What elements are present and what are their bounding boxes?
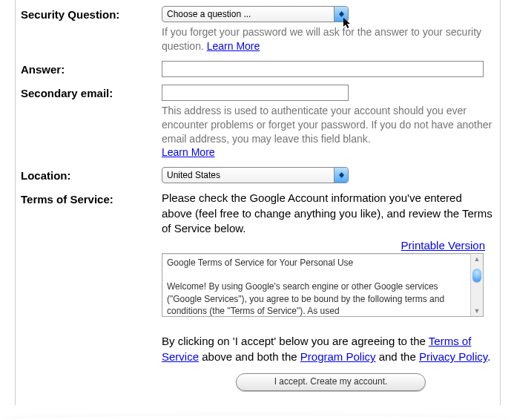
learn-more-link-2[interactable]: Learn More bbox=[162, 146, 215, 158]
security-question-dropdown[interactable]: Choose a question ... bbox=[162, 6, 349, 22]
row-security-question: Security Question: Choose a question ...… bbox=[18, 6, 500, 53]
security-question-helper: If you forget your password we will ask … bbox=[162, 25, 494, 53]
program-policy-link[interactable]: Program Policy bbox=[300, 350, 376, 363]
label-location: Location: bbox=[18, 167, 162, 182]
scroll-down-icon[interactable]: ▼ bbox=[471, 306, 483, 316]
row-answer: Answer: bbox=[18, 61, 500, 77]
accept-button[interactable]: I accept. Create my account. bbox=[236, 373, 426, 391]
printable-version-link[interactable]: Printable Version bbox=[401, 239, 485, 252]
tos-text: Google Terms of Service for Your Persona… bbox=[162, 254, 483, 320]
tos-box[interactable]: Google Terms of Service for Your Persona… bbox=[162, 253, 484, 317]
row-secondary-email: Secondary email: This address is used to… bbox=[18, 85, 500, 160]
scroll-up-icon[interactable]: ▲ bbox=[471, 254, 483, 264]
tos-scrollbar[interactable]: ▲ ▼ bbox=[470, 254, 483, 316]
answer-input[interactable] bbox=[162, 61, 484, 77]
row-location: Location: United States bbox=[18, 167, 500, 183]
label-answer: Answer: bbox=[18, 61, 162, 76]
location-value: United States bbox=[162, 170, 334, 180]
secondary-email-helper: This address is used to authenticate you… bbox=[162, 104, 494, 160]
scroll-thumb[interactable] bbox=[472, 269, 481, 282]
label-security-question: Security Question: bbox=[18, 6, 162, 21]
chevron-updown-icon bbox=[334, 168, 348, 183]
label-secondary-email: Secondary email: bbox=[18, 85, 162, 99]
secondary-email-input[interactable] bbox=[162, 85, 349, 101]
row-tos: Terms of Service: Please check the Googl… bbox=[18, 191, 500, 391]
chevron-updown-icon bbox=[334, 7, 348, 22]
learn-more-link[interactable]: Learn More bbox=[207, 40, 260, 52]
tos-intro: Please check the Google Account informat… bbox=[162, 191, 494, 236]
label-tos: Terms of Service: bbox=[18, 191, 162, 206]
privacy-policy-link[interactable]: Privacy Policy bbox=[419, 350, 487, 363]
agreement-text: By clicking on 'I accept' below you are … bbox=[162, 333, 494, 364]
form-area: Security Question: Choose a question ...… bbox=[0, 0, 514, 420]
location-dropdown[interactable]: United States bbox=[162, 167, 349, 183]
security-question-value: Choose a question ... bbox=[162, 9, 334, 19]
